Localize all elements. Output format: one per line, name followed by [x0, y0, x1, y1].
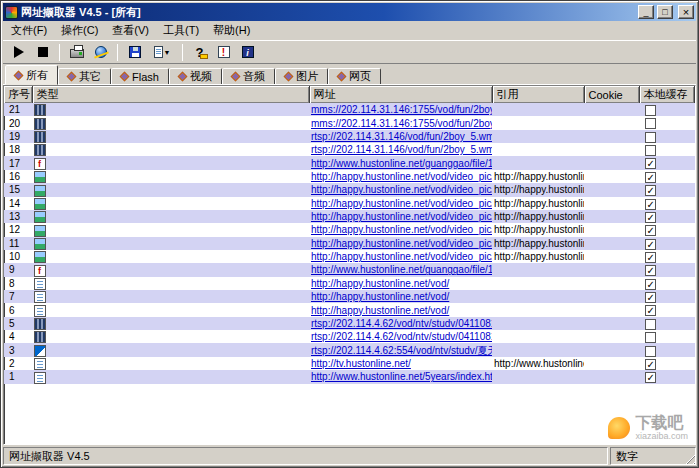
table-row[interactable]: 6 http://happy.hustonline.net/vod/: [4, 303, 695, 316]
maximize-button[interactable]: □: [657, 5, 673, 19]
column-header[interactable]: Cookie: [584, 86, 639, 103]
cache-checkbox[interactable]: [645, 132, 656, 143]
cache-checkbox[interactable]: [645, 158, 656, 169]
table-row[interactable]: 12 http://happy.hustonline.net/vod/video…: [4, 223, 695, 236]
watermark: 下载吧 xiazaiba.com: [608, 415, 688, 441]
menu-item[interactable]: 查看(V): [105, 21, 156, 40]
column-header[interactable]: 序号: [4, 86, 32, 103]
tab[interactable]: 视频: [169, 68, 222, 85]
url-list: 序号 类型 网址 引用 Cookie 本地缓存: [3, 85, 696, 445]
url-link[interactable]: http://tv.hustonline.net/: [311, 358, 411, 369]
table-row[interactable]: 7 http://happy.hustonline.net/vod/: [4, 290, 695, 303]
cache-checkbox[interactable]: [645, 305, 656, 316]
tab[interactable]: Flash: [111, 68, 169, 85]
menu-item[interactable]: 帮助(H): [206, 21, 257, 40]
tab[interactable]: 网页: [328, 68, 381, 85]
table-row[interactable]: 4 rtsp://202.114.4.62/vod/ntv/studv/0411…: [4, 330, 695, 343]
table-row[interactable]: 16 http://happy.hustonline.net/vod/video…: [4, 170, 695, 183]
cache-checkbox[interactable]: [645, 292, 656, 303]
open-browser-button[interactable]: [89, 42, 112, 63]
cache-checkbox[interactable]: [645, 372, 656, 383]
tab[interactable]: 音频: [222, 68, 275, 85]
url-link[interactable]: rtsp://202.114.4.62/vod/ntv/studv/041108…: [311, 318, 492, 329]
url-link[interactable]: rtsp://202.114.4.62:554/vod/ntv/studv/夏天…: [311, 345, 492, 356]
title-bar: 网址撷取器 V4.5 - [所有] _ □ ×: [3, 3, 696, 21]
tab[interactable]: 所有: [5, 65, 58, 85]
cache-checkbox[interactable]: [645, 279, 656, 290]
about-button[interactable]: i: [236, 42, 259, 63]
table-row[interactable]: 2 http://tv.hustonline.net/ http://www.h…: [4, 357, 695, 370]
url-link[interactable]: http://happy.hustonline.net/vod/video_pi…: [311, 211, 492, 222]
cache-checkbox[interactable]: [645, 212, 656, 223]
stop-capture-button[interactable]: [31, 42, 54, 63]
table-row[interactable]: 15 http://happy.hustonline.net/vod/video…: [4, 183, 695, 196]
close-button[interactable]: ×: [678, 5, 694, 19]
url-link[interactable]: http://happy.hustonline.net/vod/video_pi…: [311, 224, 492, 235]
cache-checkbox[interactable]: [645, 199, 656, 210]
cache-checkbox[interactable]: [645, 252, 656, 263]
url-link[interactable]: http://www.hustonline.net/5years/index.h…: [311, 371, 492, 382]
cache-checkbox[interactable]: [645, 332, 656, 343]
column-header[interactable]: 网址: [309, 86, 492, 103]
url-link[interactable]: http://happy.hustonline.net/vod/video_pi…: [311, 198, 492, 209]
url-link[interactable]: http://happy.hustonline.net/vod/video_pi…: [311, 171, 492, 182]
cache-checkbox[interactable]: [645, 172, 656, 183]
table-row[interactable]: 1 http://www.hustonline.net/5years/index…: [4, 370, 695, 383]
help-button[interactable]: ?: [188, 42, 211, 63]
tab[interactable]: 其它: [58, 68, 111, 85]
url-link[interactable]: http://happy.hustonline.net/vod/video_pi…: [311, 251, 492, 262]
table-row[interactable]: 8 http://happy.hustonline.net/vod/: [4, 277, 695, 290]
file-type-icon: [34, 198, 46, 210]
url-link[interactable]: rtsp://202.114.31.146/vod/fun/2boy_5.wmv: [311, 144, 492, 155]
tab[interactable]: 图片: [275, 68, 328, 85]
column-header[interactable]: 本地缓存: [639, 86, 694, 103]
url-link[interactable]: http://happy.hustonline.net/vod/: [311, 305, 449, 316]
save-list-button[interactable]: [123, 42, 146, 63]
cache-checkbox[interactable]: [645, 145, 656, 156]
cache-checkbox[interactable]: [645, 118, 656, 129]
url-link[interactable]: rtsp://202.114.31.146/vod/fun/2boy_5.wmv: [311, 131, 492, 142]
table-row[interactable]: 18 rtsp://202.114.31.146/vod/fun/2boy_5.…: [4, 143, 695, 156]
table-row[interactable]: 3 rtsp://202.114.4.62:554/vod/ntv/studv/…: [4, 343, 695, 356]
cache-checkbox[interactable]: [645, 185, 656, 196]
url-link[interactable]: mms://202.114.31.146:1755/vod/fun/2boy_5…: [311, 104, 492, 115]
copy-url-button[interactable]: ▼: [147, 42, 177, 63]
cache-checkbox[interactable]: [645, 105, 656, 116]
cache-checkbox[interactable]: [645, 225, 656, 236]
column-header[interactable]: 引用: [492, 86, 584, 103]
minimize-button[interactable]: _: [638, 5, 654, 19]
url-link[interactable]: http://www.hustonline.net/guanggao/file/…: [311, 158, 492, 169]
table-row[interactable]: 5 rtsp://202.114.4.62/vod/ntv/studv/0411…: [4, 317, 695, 330]
table-row[interactable]: 14 http://happy.hustonline.net/vod/video…: [4, 197, 695, 210]
url-link[interactable]: mms://202.114.31.146:1755/vod/fun/2boy_5…: [311, 118, 492, 129]
url-link[interactable]: http://happy.hustonline.net/vod/: [311, 291, 449, 302]
cache-checkbox[interactable]: [645, 359, 656, 370]
menu-item[interactable]: 操作(C): [54, 21, 105, 40]
print-button[interactable]: [65, 42, 88, 63]
row-cache: [639, 183, 694, 196]
url-link[interactable]: http://www.hustonline.net/guanggao/file/…: [311, 264, 492, 275]
register-button[interactable]: !: [212, 42, 235, 63]
row-type: [32, 290, 309, 303]
cache-checkbox[interactable]: [645, 265, 656, 276]
cache-checkbox[interactable]: [645, 346, 656, 357]
start-capture-button[interactable]: [7, 42, 30, 63]
url-link[interactable]: http://happy.hustonline.net/vod/video_pi…: [311, 184, 492, 195]
table-row[interactable]: 20 mms://202.114.31.146:1755/vod/fun/2bo…: [4, 116, 695, 129]
column-header[interactable]: 类型: [32, 86, 309, 103]
cache-checkbox[interactable]: [645, 319, 656, 330]
table-row[interactable]: 10 http://happy.hustonline.net/vod/video…: [4, 250, 695, 263]
cache-checkbox[interactable]: [645, 239, 656, 250]
table-row[interactable]: 9 http://www.hustonline.net/guanggao/fil…: [4, 263, 695, 276]
table-row[interactable]: 13 http://happy.hustonline.net/vod/video…: [4, 210, 695, 223]
table-row[interactable]: 19 rtsp://202.114.31.146/vod/fun/2boy_5.…: [4, 130, 695, 143]
url-link[interactable]: rtsp://202.114.4.62/vod/ntv/studv/041108…: [311, 331, 492, 342]
url-link[interactable]: http://happy.hustonline.net/vod/: [311, 278, 449, 289]
table-row[interactable]: 17 http://www.hustonline.net/guanggao/fi…: [4, 156, 695, 169]
menu-item[interactable]: 文件(F): [4, 21, 54, 40]
table-row[interactable]: 11 http://happy.hustonline.net/vod/video…: [4, 237, 695, 250]
menu-item[interactable]: 工具(T): [156, 21, 206, 40]
row-url: rtsp://202.114.4.62:554/vod/ntv/studv/夏天…: [309, 343, 492, 356]
table-row[interactable]: 21 mms://202.114.31.146:1755/vod/fun/2bo…: [4, 103, 695, 116]
url-link[interactable]: http://happy.hustonline.net/vod/video_pi…: [311, 238, 492, 249]
